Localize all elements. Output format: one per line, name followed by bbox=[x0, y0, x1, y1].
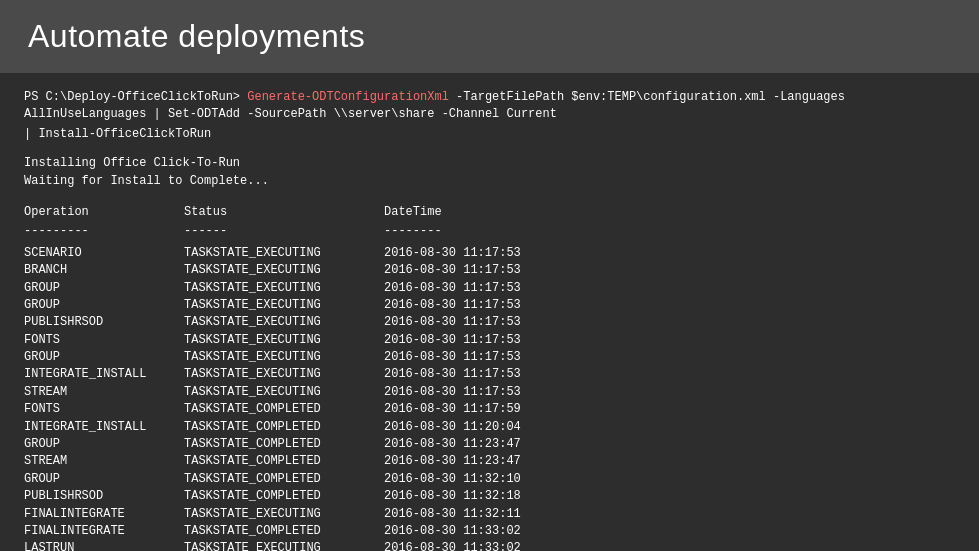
table-row: PUBLISHRSODTASKSTATE_COMPLETED2016-08-30… bbox=[24, 488, 955, 505]
table-row: SCENARIOTASKSTATE_EXECUTING2016-08-30 11… bbox=[24, 245, 955, 262]
table-row: PUBLISHRSODTASKSTATE_EXECUTING2016-08-30… bbox=[24, 314, 955, 331]
table-row: GROUPTASKSTATE_COMPLETED2016-08-30 11:32… bbox=[24, 471, 955, 488]
command-line-2: | Install-OfficeClickToRun bbox=[24, 126, 955, 143]
cmd-line2: | Install-OfficeClickToRun bbox=[24, 127, 211, 141]
table-row: FONTSTASKSTATE_COMPLETED2016-08-30 11:17… bbox=[24, 401, 955, 418]
div-datetime: -------- bbox=[384, 223, 442, 240]
terminal-content: PS C:\Deploy-OfficeClickToRun> Generate-… bbox=[0, 73, 979, 551]
div-status: ------ bbox=[184, 223, 384, 240]
table-row: INTEGRATE_INSTALLTASKSTATE_EXECUTING2016… bbox=[24, 366, 955, 383]
table-row: GROUPTASKSTATE_EXECUTING2016-08-30 11:17… bbox=[24, 297, 955, 314]
installing-line1: Installing Office Click-To-Run bbox=[24, 155, 955, 172]
status-table: Operation Status DateTime --------- ----… bbox=[24, 204, 955, 551]
table-row: FINALINTEGRATETASKSTATE_COMPLETED2016-08… bbox=[24, 523, 955, 540]
installing-section: Installing Office Click-To-Run Waiting f… bbox=[24, 155, 955, 190]
table-row: INTEGRATE_INSTALLTASKSTATE_COMPLETED2016… bbox=[24, 419, 955, 436]
table-row: FONTSTASKSTATE_EXECUTING2016-08-30 11:17… bbox=[24, 332, 955, 349]
prompt: PS C:\Deploy-OfficeClickToRun> bbox=[24, 90, 240, 104]
installing-line2: Waiting for Install to Complete... bbox=[24, 173, 955, 190]
col-header-status: Status bbox=[184, 204, 384, 221]
table-row: GROUPTASKSTATE_EXECUTING2016-08-30 11:17… bbox=[24, 349, 955, 366]
table-row: BRANCHTASKSTATE_EXECUTING2016-08-30 11:1… bbox=[24, 262, 955, 279]
header-section: Automate deployments bbox=[0, 0, 979, 73]
table-row: LASTRUNTASKSTATE_EXECUTING2016-08-30 11:… bbox=[24, 540, 955, 551]
col-header-datetime: DateTime bbox=[384, 204, 442, 221]
table-divider-row: --------- ------ -------- bbox=[24, 223, 955, 240]
command-line-1: PS C:\Deploy-OfficeClickToRun> Generate-… bbox=[24, 89, 955, 124]
page-title: Automate deployments bbox=[28, 18, 951, 55]
table-row: GROUPTASKSTATE_EXECUTING2016-08-30 11:17… bbox=[24, 280, 955, 297]
table-row: GROUPTASKSTATE_COMPLETED2016-08-30 11:23… bbox=[24, 436, 955, 453]
col-header-operation: Operation bbox=[24, 204, 184, 221]
table-row: STREAMTASKSTATE_COMPLETED2016-08-30 11:2… bbox=[24, 453, 955, 470]
table-header-row: Operation Status DateTime bbox=[24, 204, 955, 221]
table-row: FINALINTEGRATETASKSTATE_EXECUTING2016-08… bbox=[24, 506, 955, 523]
div-operation: --------- bbox=[24, 223, 184, 240]
table-row: STREAMTASKSTATE_EXECUTING2016-08-30 11:1… bbox=[24, 384, 955, 401]
cmd-text-1: Generate-ODTConfigurationXml bbox=[247, 90, 449, 104]
